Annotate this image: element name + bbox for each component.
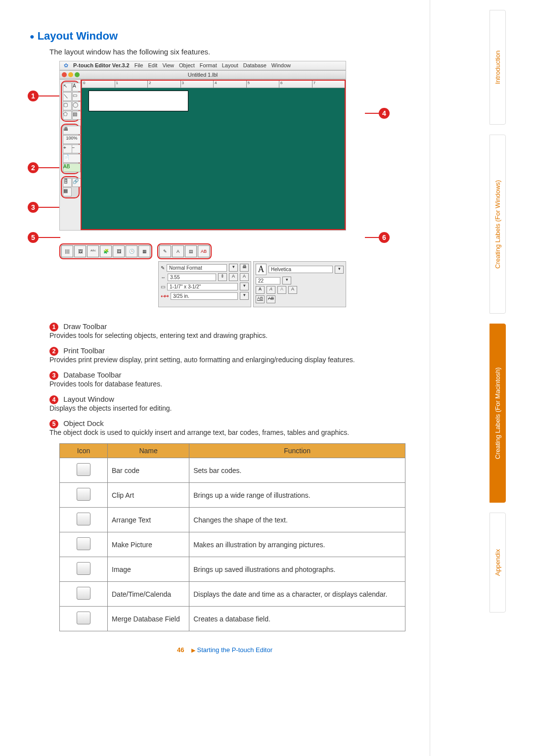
merge-db-icon[interactable]: ▦ [138,245,150,257]
cell-name: Make Picture [108,532,189,557]
barcode-icon[interactable]: |||| [61,245,73,257]
zoom-icon[interactable] [75,72,80,77]
layout-icon[interactable]: ▤ [185,245,197,257]
format-dropdown-icon[interactable]: ▾ [229,264,238,272]
menu-file[interactable]: File [134,62,143,69]
text-a-icon[interactable]: A [172,245,184,257]
zoom-buttons[interactable]: +− [63,144,81,153]
close-icon[interactable] [62,72,67,77]
underline-icon[interactable]: AB [256,295,265,303]
arrange-text-icon[interactable]: ᴬᴮᶜ [87,245,99,257]
label-preview[interactable] [89,91,188,111]
menu-edit[interactable]: Edit [148,62,157,69]
cell-name: Image [108,557,189,582]
apple-menu-icon[interactable]: ✿ [64,62,68,69]
print-preview-icon[interactable]: 🖶 [63,126,81,135]
menu-database[interactable]: Database [243,62,267,69]
width-icon: ↔ [161,275,166,280]
table-row: Date/Time/Calenda Displays the date and … [60,582,405,607]
rect-tool-icon[interactable]: ▭ [72,92,81,101]
callout-6: 6 [379,232,390,243]
cell-func: Changes the shape of the text. [189,508,405,532]
badge-3: 3 [49,371,58,380]
feature-3-desc: Provides tools for database features. [49,380,420,388]
callout-1: 1 [28,91,39,101]
font-size-dropdown-icon[interactable]: ▾ [282,277,291,284]
object-dock: |||| 🖼 ᴬᴮᶜ 🧩 🖼 🕒 ▦ [59,243,152,259]
style-icon[interactable]: ✎ [159,245,171,257]
bold-icon[interactable]: A [256,286,265,294]
tab-windows[interactable]: Creating Labels (For Windows) [490,135,506,314]
size-dropdown-icon[interactable]: ▾ [240,283,249,290]
menu-object[interactable]: Object [179,62,195,69]
pencil-icon[interactable]: ✎ [161,265,165,271]
tab-introduction[interactable]: Introduction [490,10,506,125]
draw-toolbar: ↖ A ＼ ▭ ▢ ◯ ⬠ ▤ [61,81,80,122]
font-a-icon: A [256,264,267,275]
feature-3-title: Database Toolbar [63,371,121,379]
doc-title: Untitled 1.lbl [188,72,218,78]
cell-func: Creates a database field. [189,607,405,631]
menu-layout[interactable]: Layout [222,62,238,69]
format-panel: ✎ Normal Format ▾ 🖶 ↔ 3.55 ⇕ A A [158,261,251,307]
size-select[interactable]: 1-1/7" x 3-1/2" [167,283,238,290]
db-table-icon[interactable]: ▦ [63,188,72,196]
outline-icon[interactable]: A [277,286,286,294]
merge-db-icon [77,612,90,624]
barcode-icon [77,463,90,476]
zoom-readout: 100% [63,135,81,144]
print-setting-icon[interactable]: 📄 [63,154,81,163]
line-tool-icon[interactable]: ＼ [63,92,72,101]
ellipse-tool-icon[interactable]: ◯ [72,101,81,110]
margin-select[interactable]: 3/25 in. [171,292,238,300]
orient-portrait-icon[interactable]: A [229,273,238,281]
breadcrumb-link[interactable]: Starting the P-touch Editor [197,646,272,654]
width-step-icon[interactable]: ⇕ [218,273,227,281]
ab-icon[interactable]: AB [198,245,210,257]
badge-1: 1 [49,323,58,331]
pointer-tool-icon[interactable]: ↖ [63,83,72,92]
tab-macintosh[interactable]: Creating Labels (For Macintosh) [490,324,506,503]
db-link-icon[interactable]: 🔗 [72,178,81,187]
cell-func: Brings up a wide range of illustrations. [189,483,405,508]
db-open-icon[interactable]: 🗄 [63,178,72,187]
datetime-icon[interactable]: 🕒 [126,245,137,257]
menu-format[interactable]: Format [200,62,217,69]
italic-icon[interactable]: A [267,286,275,294]
layout-window[interactable]: 0 1 2 3 4 5 6 7 [81,80,346,230]
shadow-icon[interactable]: A [288,286,297,294]
poly-tool-icon[interactable]: ⬠ [63,111,72,120]
text-tool-icon[interactable]: A [72,83,81,92]
left-toolbars: ↖ A ＼ ▭ ▢ ◯ ⬠ ▤ 🖶 100% [60,80,81,230]
margin-dropdown-icon[interactable]: ▾ [240,292,249,300]
feature-2-desc: Provides print preview display, print se… [49,356,420,364]
format-name-select[interactable]: Normal Format [167,264,227,272]
image-icon[interactable]: 🖼 [113,245,125,257]
app-window: ✿ P-touch Editor Ver.3.2 File Edit View … [59,61,346,307]
strike-icon[interactable]: AB [267,295,275,303]
table-row: Clip Art Brings up a wide range of illus… [60,483,405,508]
font-dropdown-icon[interactable]: ▾ [335,266,344,274]
table-row: Merge Database Field Creates a database … [60,607,405,631]
print-icon[interactable]: 🖶 [240,264,249,272]
clipart-icon [77,488,90,501]
minimize-icon[interactable] [68,72,73,77]
frame-tool-icon[interactable]: ▤ [72,111,81,120]
make-picture-icon [77,537,90,550]
width-input[interactable]: 3.55 [168,274,216,281]
callout-2: 2 [28,162,39,173]
roundrect-tool-icon[interactable]: ▢ [63,101,72,110]
feature-list: 1 Draw Toolbar Provides tools for select… [49,322,420,631]
size-icon: ▭ [161,284,165,289]
font-size-input[interactable]: 22 [256,277,280,284]
menu-window[interactable]: Window [271,62,291,69]
cell-func: Displays the date and time as a characte… [189,582,405,607]
make-picture-icon[interactable]: 🧩 [100,245,112,257]
auto-format-icon[interactable]: AB [63,163,81,172]
arrange-text-icon [77,513,90,525]
clipart-icon[interactable]: 🖼 [74,245,86,257]
font-select[interactable]: Helvetica [268,266,333,273]
tab-appendix[interactable]: Appendix [490,513,506,613]
orient-landscape-icon[interactable]: A [240,273,249,281]
menu-view[interactable]: View [162,62,174,69]
